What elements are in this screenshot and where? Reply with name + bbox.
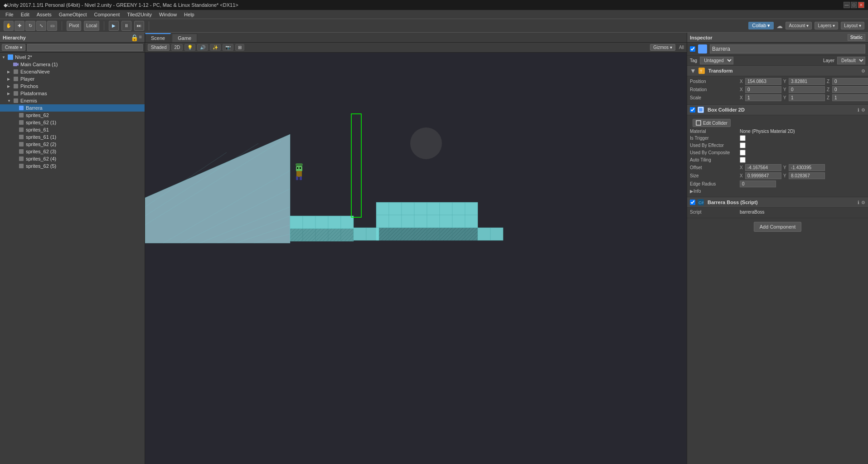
tree-item-barrera[interactable]: Barrera bbox=[0, 104, 145, 112]
rot-y-input[interactable] bbox=[789, 86, 825, 93]
menu-component[interactable]: Component bbox=[90, 11, 123, 18]
layout-btn[interactable]: Layout ▾ bbox=[841, 22, 864, 29]
size-x-input[interactable] bbox=[745, 172, 781, 179]
object-active-checkbox[interactable] bbox=[690, 46, 695, 52]
layer-select[interactable]: Default bbox=[837, 57, 865, 64]
svg-rect-63 bbox=[354, 228, 366, 240]
object-icon bbox=[698, 44, 707, 54]
tree-item-sprites62-1[interactable]: sprites_62 (1) bbox=[0, 119, 145, 126]
object-name-input[interactable] bbox=[710, 44, 865, 54]
pos-x-input[interactable] bbox=[745, 78, 781, 85]
rot-z-input[interactable] bbox=[832, 86, 868, 93]
used-by-effector-checkbox[interactable] bbox=[740, 142, 746, 148]
tree-item-sprites61-0[interactable]: sprites_61 bbox=[0, 126, 145, 133]
scale-tool[interactable]: ⤡ bbox=[36, 21, 46, 31]
2d-btn[interactable]: 2D bbox=[171, 44, 183, 51]
box-collider-settings-icon[interactable]: ⚙ bbox=[861, 107, 865, 112]
svg-rect-14 bbox=[19, 149, 24, 154]
play-btn[interactable]: ▶ bbox=[109, 21, 119, 31]
edit-collider-btn[interactable]: Edit Collider bbox=[693, 119, 731, 127]
tree-item-sprites62-2[interactable]: sprites_62 (2) bbox=[0, 141, 145, 148]
static-badge[interactable]: Static bbox=[848, 34, 865, 41]
pos-z-input[interactable] bbox=[832, 78, 868, 85]
sep1 bbox=[62, 21, 62, 30]
tree-item-sprites62-0[interactable]: sprites_62 bbox=[0, 112, 145, 119]
scale-z-input[interactable] bbox=[832, 94, 868, 101]
sprites61-0-label: sprites_61 bbox=[26, 127, 49, 132]
menu-edit[interactable]: Edit bbox=[17, 11, 33, 18]
offset-x-input[interactable] bbox=[745, 164, 781, 171]
hierarchy-toolbar: Create ▾ bbox=[0, 43, 145, 53]
pos-y-input[interactable] bbox=[789, 78, 825, 85]
tree-item-maincamera[interactable]: Main Camera (1) bbox=[0, 61, 145, 68]
hierarchy-search[interactable] bbox=[27, 44, 143, 51]
account-btn[interactable]: Account ▾ bbox=[786, 22, 812, 29]
tree-item-enemis[interactable]: ▼ Enemis bbox=[0, 97, 145, 104]
hand-tool[interactable]: ✋ bbox=[4, 21, 14, 31]
scene-fx-btn[interactable]: ✨ bbox=[210, 44, 221, 51]
tree-item-sprites62-4[interactable]: sprites_62 (4) bbox=[0, 155, 145, 162]
tree-item-sprites62-3[interactable]: sprites_62 (3) bbox=[0, 148, 145, 155]
offset-row: Offset X Y bbox=[690, 164, 865, 171]
pivot-btn[interactable]: Pivot bbox=[67, 21, 81, 31]
box-collider-checkbox[interactable] bbox=[690, 107, 695, 112]
scale-y-input[interactable] bbox=[789, 94, 825, 101]
menu-window[interactable]: Window bbox=[155, 11, 180, 18]
tree-item-sprites61-1[interactable]: sprites_61 (1) bbox=[0, 133, 145, 141]
hierarchy-create-btn[interactable]: Create ▾ bbox=[2, 44, 25, 51]
box-collider-info-icon[interactable]: ℹ bbox=[858, 107, 859, 112]
layers-btn[interactable]: Layers ▾ bbox=[815, 22, 838, 29]
transform-settings-icon[interactable]: ⚙ bbox=[861, 68, 865, 73]
scene-light-btn[interactable]: 💡 bbox=[184, 44, 195, 51]
scene-viewport[interactable] bbox=[145, 53, 687, 464]
barrera-boss-checkbox[interactable] bbox=[690, 200, 695, 205]
arrow-plataformas: ▶ bbox=[7, 92, 13, 96]
hierarchy-lock-icon[interactable]: 🔒 bbox=[131, 34, 138, 41]
menu-help[interactable]: Help bbox=[180, 11, 198, 18]
scale-x-input[interactable] bbox=[745, 94, 781, 101]
pause-btn[interactable]: ⏸ bbox=[121, 21, 131, 31]
svg-rect-73 bbox=[296, 176, 298, 180]
scene-grid-btn[interactable]: ⊞ bbox=[235, 44, 244, 51]
svg-rect-6 bbox=[14, 91, 18, 96]
gizmos-btn[interactable]: Gizmos ▾ bbox=[650, 44, 675, 51]
tree-item-sprites62-5[interactable]: sprites_62 (5) bbox=[0, 162, 145, 170]
menu-file[interactable]: File bbox=[2, 11, 17, 18]
rot-x-input[interactable] bbox=[745, 86, 781, 93]
size-y-input[interactable] bbox=[789, 172, 825, 179]
rect-tool[interactable]: ▭ bbox=[47, 21, 57, 31]
close-btn[interactable]: ✕ bbox=[858, 2, 864, 8]
scene-cam-btn[interactable]: 📷 bbox=[223, 44, 233, 51]
tree-item-plataformas[interactable]: ▶ Plataformas bbox=[0, 90, 145, 97]
barrera-boss-info-icon[interactable]: ℹ bbox=[858, 200, 859, 205]
move-tool[interactable]: ✚ bbox=[15, 21, 24, 31]
game-tab[interactable]: Game bbox=[172, 34, 197, 42]
offset-y-coord: Y bbox=[783, 164, 825, 171]
menu-assets[interactable]: Assets bbox=[33, 11, 55, 18]
tree-item-nivel2[interactable]: ▼ Nivel 2* bbox=[0, 54, 145, 61]
local-btn[interactable]: Local bbox=[84, 21, 99, 31]
barrera-boss-settings-icon[interactable]: ⚙ bbox=[861, 200, 865, 205]
menu-gameobject[interactable]: GameObject bbox=[55, 11, 91, 18]
edge-radius-input[interactable] bbox=[740, 181, 776, 187]
collab-btn[interactable]: Collab ▾ bbox=[748, 22, 774, 29]
offset-y-input[interactable] bbox=[789, 164, 825, 171]
menu-tiled2unity[interactable]: Tiled2Unity bbox=[123, 11, 155, 18]
shading-dropdown[interactable]: Shaded bbox=[148, 44, 170, 51]
size-y-coord: Y bbox=[783, 172, 825, 179]
add-component-btn[interactable]: Add Component bbox=[754, 222, 802, 232]
minimize-btn[interactable]: — bbox=[844, 2, 850, 8]
tag-select[interactable]: Untagged bbox=[700, 57, 733, 64]
hierarchy-menu-icon[interactable]: ≡ bbox=[139, 34, 142, 41]
is-trigger-checkbox[interactable] bbox=[740, 135, 746, 141]
tree-item-pinchos[interactable]: ▶ Pinchos bbox=[0, 83, 145, 90]
auto-tiling-checkbox[interactable] bbox=[740, 157, 746, 163]
tree-item-player[interactable]: ▶ Player bbox=[0, 75, 145, 83]
scene-tab[interactable]: Scene bbox=[145, 33, 171, 42]
scene-audio-btn[interactable]: 🔊 bbox=[197, 44, 208, 51]
rotate-tool[interactable]: ↻ bbox=[25, 21, 35, 31]
maximize-btn[interactable]: □ bbox=[851, 2, 857, 8]
tree-item-escenanieve[interactable]: ▶ EscenaNieve bbox=[0, 68, 145, 75]
used-by-composite-checkbox[interactable] bbox=[740, 150, 746, 156]
step-btn[interactable]: ⏭ bbox=[134, 21, 144, 31]
